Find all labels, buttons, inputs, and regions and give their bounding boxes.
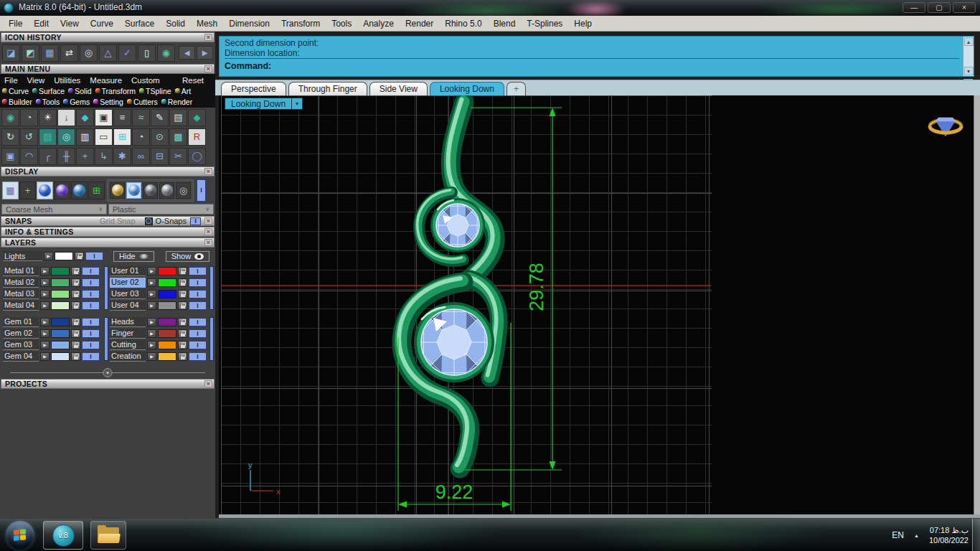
bezel-gem-icon[interactable]: ◆ bbox=[188, 109, 206, 126]
menu-item[interactable]: Solid bbox=[160, 19, 191, 29]
layer-expand-button[interactable] bbox=[40, 329, 50, 338]
pendant-model[interactable] bbox=[399, 100, 499, 469]
viewport-title[interactable]: Looking Down bbox=[225, 98, 291, 109]
layer-metal-03[interactable]: Metal 03 bbox=[3, 289, 39, 299]
layer-lock-icon[interactable] bbox=[71, 290, 80, 298]
taskbar-matrix-app-button[interactable]: v.8 bbox=[43, 521, 83, 550]
layer-expand-button[interactable] bbox=[147, 278, 156, 287]
layer-visibility-toggle[interactable] bbox=[189, 352, 207, 361]
grid-view-icon[interactable]: ▦ bbox=[41, 44, 59, 62]
layer-expand-button[interactable] bbox=[147, 352, 156, 361]
layer-visibility-toggle[interactable] bbox=[82, 352, 100, 361]
command-prompt[interactable]: Command: bbox=[225, 61, 959, 71]
rotate-ring-icon[interactable]: ↻ bbox=[1, 128, 19, 146]
tab-through-finger[interactable]: Through Finger bbox=[288, 82, 367, 95]
matte-material-icon[interactable] bbox=[159, 182, 174, 199]
main-menu-builder[interactable]: Builder bbox=[2, 98, 32, 106]
layer-color-swatch[interactable] bbox=[51, 318, 70, 326]
layer-lock-icon[interactable] bbox=[71, 318, 80, 326]
layer-expand-button[interactable] bbox=[147, 301, 156, 310]
layer-lock-icon[interactable] bbox=[71, 341, 80, 349]
main-menu-curve[interactable]: Curve bbox=[2, 87, 29, 95]
layer-lock-icon[interactable] bbox=[71, 301, 80, 310]
main-menu-transform[interactable]: Transform bbox=[95, 87, 136, 95]
layer-gem-02[interactable]: Gem 02 bbox=[3, 329, 39, 339]
link-icon[interactable]: ∞ bbox=[132, 148, 150, 165]
torus-icon[interactable]: ◯ bbox=[188, 148, 206, 165]
wireframe-mode-icon[interactable]: ▦ bbox=[2, 182, 19, 199]
layer-expand-button[interactable] bbox=[147, 290, 156, 298]
layer-cutting[interactable]: Cutting bbox=[110, 340, 146, 350]
layer-color-swatch[interactable] bbox=[51, 278, 70, 287]
close-icon[interactable]: × bbox=[204, 239, 212, 246]
layer-color-swatch[interactable] bbox=[55, 252, 73, 260]
layer-lock-icon[interactable] bbox=[178, 290, 187, 298]
menu-item[interactable]: View bbox=[55, 19, 85, 29]
main-menu-item[interactable]: Custom bbox=[131, 76, 169, 85]
layer-color-swatch[interactable] bbox=[51, 341, 70, 349]
plastic-material-icon[interactable] bbox=[126, 182, 141, 199]
rail-sweep-icon[interactable]: ≡ bbox=[113, 109, 131, 126]
layer-lock-icon[interactable] bbox=[178, 318, 187, 326]
layer-visibility-toggle[interactable] bbox=[82, 278, 100, 287]
snaps-header[interactable]: SNAPS Grid Snap O-Snaps × bbox=[1, 216, 215, 226]
mirror-icon[interactable]: ╫ bbox=[57, 148, 75, 165]
layer-color-swatch[interactable] bbox=[51, 352, 70, 361]
rendered-mode-icon[interactable] bbox=[54, 182, 70, 199]
scroll-up-icon[interactable]: ▲ bbox=[964, 37, 974, 46]
layer-lock-icon[interactable] bbox=[178, 341, 187, 349]
layer-lock-icon[interactable] bbox=[178, 301, 187, 310]
osnaps-checkbox[interactable] bbox=[145, 217, 153, 225]
menu-item[interactable]: Rhino 5.0 bbox=[439, 19, 487, 29]
layer-gem-04[interactable]: Gem 04 bbox=[3, 352, 39, 362]
layer-gem-03[interactable]: Gem 03 bbox=[3, 340, 39, 350]
clock-ring-icon[interactable]: ◔ bbox=[132, 128, 150, 146]
layer-metal-04[interactable]: Metal 04 bbox=[3, 301, 39, 311]
hide-button[interactable]: Hide bbox=[113, 251, 154, 262]
language-indicator[interactable]: EN bbox=[892, 530, 904, 540]
layer-expand-button[interactable] bbox=[40, 301, 50, 310]
paint-icon[interactable]: ✎ bbox=[151, 109, 169, 126]
main-menu-render[interactable]: Render bbox=[161, 98, 192, 106]
tray-expand-icon[interactable]: ▲ bbox=[914, 533, 919, 538]
layer-visibility-toggle[interactable] bbox=[189, 267, 207, 276]
layer-lock-icon[interactable] bbox=[71, 278, 80, 287]
arc-icon[interactable]: ◠ bbox=[20, 148, 38, 165]
close-icon[interactable]: × bbox=[204, 228, 212, 235]
layer-user-01[interactable]: User 01 bbox=[110, 266, 146, 276]
menu-item[interactable]: Analyze bbox=[357, 19, 400, 29]
wire-material-icon[interactable]: ◎ bbox=[176, 182, 191, 199]
layer-lock-icon[interactable] bbox=[71, 267, 80, 276]
trim-icon[interactable]: ✂ bbox=[169, 148, 187, 165]
menu-item[interactable]: File bbox=[3, 19, 28, 29]
move-icon[interactable]: + bbox=[76, 148, 94, 165]
layer-color-swatch[interactable] bbox=[158, 301, 176, 310]
grid-snap-label[interactable]: Grid Snap bbox=[100, 217, 136, 225]
layer-expand-button[interactable] bbox=[40, 352, 50, 361]
viewport-canvas[interactable]: 29.78 9.22 y x bbox=[219, 95, 980, 514]
layer-color-swatch[interactable] bbox=[51, 301, 70, 310]
ring-wizard-icon[interactable]: ◔ bbox=[20, 109, 38, 126]
close-icon[interactable]: × bbox=[204, 168, 212, 175]
artistic-mode-icon[interactable] bbox=[71, 182, 88, 199]
projects-header[interactable]: PROJECTS × bbox=[1, 379, 215, 389]
layer-user-03[interactable]: User 03 bbox=[110, 289, 146, 299]
menu-item[interactable]: Dimension bbox=[223, 19, 275, 29]
display-info-toggle[interactable] bbox=[197, 179, 206, 202]
scale-2d-icon[interactable]: ⇄ bbox=[60, 44, 78, 62]
layer-expand-button[interactable] bbox=[40, 290, 50, 298]
big-gem[interactable] bbox=[421, 309, 487, 375]
layer-metal-02[interactable]: Metal 02 bbox=[3, 278, 39, 288]
show-button[interactable]: Show bbox=[166, 251, 210, 262]
main-menu-cutters[interactable]: Cutters bbox=[127, 98, 158, 106]
layer-color-swatch[interactable] bbox=[158, 341, 176, 349]
scroll-down-icon[interactable]: ▼ bbox=[964, 67, 974, 75]
menu-item[interactable]: T-Splines bbox=[521, 19, 568, 29]
main-menu-item[interactable]: Measure bbox=[90, 76, 131, 85]
extrude-surface-icon[interactable]: ↓ bbox=[57, 109, 75, 126]
layer-visibility-toggle[interactable] bbox=[189, 278, 207, 287]
history-forward-icon[interactable]: ▶ bbox=[197, 46, 213, 60]
reset-button[interactable]: Reset bbox=[182, 76, 204, 85]
explode-icon[interactable]: ✱ bbox=[113, 148, 131, 165]
layer-lock-icon[interactable] bbox=[71, 329, 80, 338]
